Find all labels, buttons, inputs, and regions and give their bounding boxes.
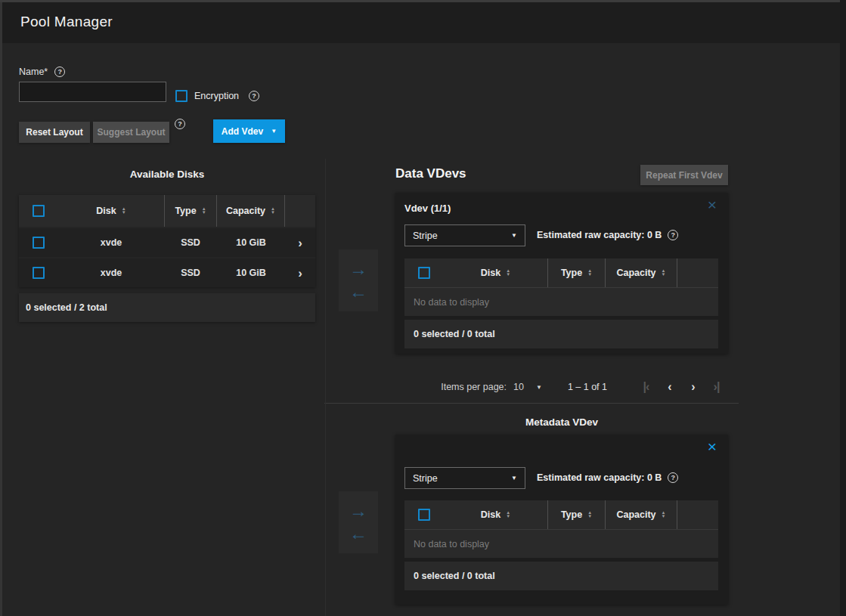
paginator: Items per page: 10 ▼ 1 – 1 of 1 |‹ ‹ › ›… [395, 376, 728, 398]
disk-cell: xvde [58, 258, 164, 287]
arrow-right-icon[interactable]: → [349, 260, 367, 278]
repeat-first-vdev-button[interactable]: Repeat First Vdev [640, 165, 728, 185]
page-range-text: 1 – 1 of 1 [568, 382, 607, 392]
name-label-row: Name* ? [19, 67, 65, 77]
transfer-buttons-metadata: → ← [339, 491, 378, 553]
disk-cell: xvde [58, 228, 164, 257]
layout-select-value: Stripe [413, 231, 438, 241]
column-header-expand [285, 195, 315, 227]
vertical-divider [325, 159, 326, 616]
reset-layout-button[interactable]: Reset Layout [19, 122, 90, 143]
caret-down-icon: ▼ [271, 128, 277, 135]
vdev-table-header: Disk ▲▼ Type ▲▼ Capacity ▲▼ [404, 500, 718, 529]
column-header-type[interactable]: Type ▲▼ [164, 195, 217, 227]
estimated-capacity: Estimated raw capacity: 0 B ? [537, 230, 678, 240]
empty-table-message: No data to display [404, 287, 718, 316]
available-disks-header: Disk ▲▼ Type ▲▼ Capacity ▲▼ [19, 195, 315, 227]
pool-name-input[interactable] [19, 82, 166, 102]
encryption-checkbox[interactable] [175, 90, 187, 102]
encryption-field: Encryption ? [175, 90, 259, 102]
vdev-table-footer: 0 selected / 0 total [404, 562, 718, 590]
sort-icon: ▲▼ [662, 269, 666, 277]
caret-down-icon[interactable]: ▼ [536, 384, 542, 391]
column-header-capacity[interactable]: Capacity ▲▼ [606, 258, 677, 287]
chevron-right-icon[interactable]: › [298, 237, 302, 249]
column-header-capacity[interactable]: Capacity ▲▼ [217, 195, 285, 227]
select-all-checkbox[interactable] [418, 267, 430, 279]
column-header-disk[interactable]: Disk ▲▼ [444, 258, 547, 287]
column-header-expand [677, 258, 718, 287]
name-help-icon[interactable]: ? [54, 67, 65, 77]
layout-select-value: Stripe [413, 473, 438, 484]
vdev-table-footer: 0 selected / 0 total [404, 320, 718, 348]
layout-select[interactable]: Stripe ▼ [404, 467, 525, 489]
capacity-help-icon[interactable]: ? [668, 230, 678, 240]
select-all-checkbox[interactable] [33, 205, 45, 217]
column-header-disk[interactable]: Disk ▲▼ [444, 500, 547, 529]
data-vdev-card: Vdev (1/1) × Stripe ▼ Estimated raw capa… [395, 193, 728, 354]
vdev-table-header: Disk ▲▼ Type ▲▼ Capacity ▲▼ [404, 258, 718, 287]
arrow-left-icon[interactable]: ← [349, 283, 367, 301]
sort-icon: ▲▼ [506, 511, 510, 518]
transfer-buttons-data: → ← [339, 249, 378, 311]
estimated-capacity: Estimated raw capacity: 0 B ? [537, 472, 678, 483]
sort-icon: ▲▼ [122, 207, 126, 215]
sort-icon: ▲▼ [587, 511, 592, 518]
chevron-right-icon[interactable]: › [298, 267, 302, 280]
items-per-page-value[interactable]: 10 [513, 382, 524, 392]
page-title: Pool Manager [20, 14, 113, 30]
column-header-capacity[interactable]: Capacity ▲▼ [606, 500, 677, 529]
table-row: xvde SSD 10 GiB › [19, 258, 315, 287]
layout-help-icon[interactable]: ? [175, 119, 185, 129]
capacity-help-icon[interactable]: ? [668, 472, 678, 483]
close-vdev-icon[interactable]: × [708, 197, 717, 212]
select-all-checkbox[interactable] [418, 509, 430, 521]
empty-table-message: No data to display [404, 529, 718, 558]
add-vdev-button[interactable]: Add Vdev ▼ [213, 119, 285, 143]
first-page-icon[interactable]: |‹ [634, 380, 658, 394]
capacity-cell: 10 GiB [217, 228, 285, 257]
add-vdev-label: Add Vdev [222, 126, 263, 137]
table-row: xvde SSD 10 GiB › [19, 228, 315, 257]
type-cell: SSD [164, 228, 217, 257]
capacity-cell: 10 GiB [217, 258, 285, 287]
encryption-label: Encryption [194, 91, 239, 101]
name-label: Name* [19, 67, 48, 77]
close-vdev-icon[interactable]: × [708, 438, 717, 454]
layout-select[interactable]: Stripe ▼ [404, 224, 525, 246]
metadata-vdev-title: Metadata VDev [395, 416, 728, 428]
sort-icon: ▲▼ [271, 207, 275, 215]
type-cell: SSD [164, 258, 217, 287]
arrow-right-icon[interactable]: → [349, 502, 367, 520]
row-checkbox[interactable] [33, 267, 45, 279]
sort-icon: ▲▼ [202, 207, 206, 215]
suggest-layout-button[interactable]: Suggest Layout [93, 122, 169, 143]
available-disks-footer: 0 selected / 2 total [19, 293, 315, 322]
sort-icon: ▲▼ [506, 269, 510, 277]
available-disks-title: Available Disks [19, 169, 315, 180]
pool-manager-page: Pool Manager Name* ? Encryption ? Reset … [0, 0, 846, 616]
caret-down-icon: ▼ [511, 475, 517, 481]
items-per-page-label: Items per page: [441, 382, 507, 392]
metadata-vdev-card: × Stripe ▼ Estimated raw capacity: 0 B ?… [395, 435, 728, 605]
section-divider [324, 403, 739, 404]
previous-page-icon[interactable]: ‹ [658, 380, 681, 394]
sort-icon: ▲▼ [587, 269, 592, 277]
column-header-type[interactable]: Type ▲▼ [547, 258, 606, 287]
row-checkbox[interactable] [33, 237, 45, 249]
sort-icon: ▲▼ [662, 511, 666, 518]
scrollbar[interactable] [840, 0, 846, 616]
vdev-title: Vdev (1/1) [404, 203, 451, 214]
app-header: Pool Manager [2, 2, 846, 43]
column-header-type[interactable]: Type ▲▼ [547, 500, 606, 529]
next-page-icon[interactable]: › [681, 380, 705, 394]
data-vdevs-title: Data VDevs [395, 166, 466, 181]
vdev-disks-table: Disk ▲▼ Type ▲▼ Capacity ▲▼ No data to d… [404, 500, 718, 590]
arrow-left-icon[interactable]: ← [349, 525, 367, 543]
encryption-help-icon[interactable]: ? [249, 91, 259, 101]
vdev-disks-table: Disk ▲▼ Type ▲▼ Capacity ▲▼ No data to d… [404, 258, 718, 348]
column-header-expand [677, 500, 718, 529]
column-header-disk[interactable]: Disk ▲▼ [58, 195, 164, 227]
available-disks-table: Disk ▲▼ Type ▲▼ Capacity ▲▼ xvde SSD 10 … [19, 195, 315, 287]
last-page-icon[interactable]: ›| [705, 380, 728, 394]
